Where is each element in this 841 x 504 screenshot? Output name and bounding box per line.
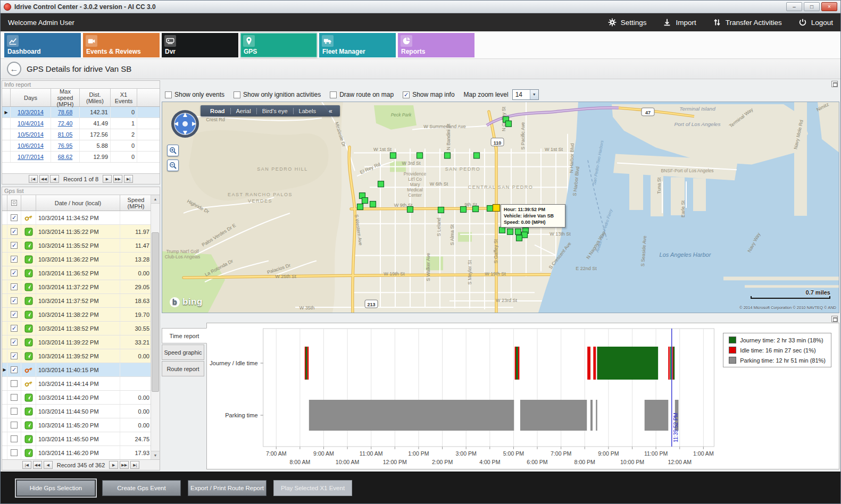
report-tab-time-report[interactable]: Time report: [162, 328, 207, 343]
option-show-only-events[interactable]: Show only events: [165, 91, 224, 98]
pager-next-button[interactable]: ▶|: [124, 175, 133, 183]
row-checkbox[interactable]: ✓: [11, 283, 18, 290]
max-speed-link[interactable]: 78.68: [58, 109, 73, 115]
gps-marker[interactable]: [499, 227, 505, 233]
info-report-row[interactable]: ▶10/3/201478.68142.310: [2, 107, 160, 118]
option-show-only-ignition-activities[interactable]: Show only ignition activities: [234, 91, 321, 98]
column-header[interactable]: Days: [11, 89, 51, 106]
gps-list-row[interactable]: 10/3/2014 11:45:20 PM0.00: [2, 418, 160, 432]
max-speed-link[interactable]: 81.05: [58, 131, 73, 138]
gps-marker[interactable]: [473, 206, 479, 212]
column-header[interactable]: Max speed (MPH): [51, 89, 80, 106]
map-mode-road[interactable]: Road: [205, 108, 230, 114]
maximize-chart-panel-button[interactable]: [831, 316, 838, 322]
menu-item-logout[interactable]: Logout: [798, 18, 833, 27]
gps-list-row[interactable]: ✓10/3/2014 11:37:22 PM29.05: [2, 280, 160, 294]
select-all-icon[interactable]: [11, 200, 17, 206]
back-button[interactable]: ←: [7, 62, 21, 76]
checkbox-icon[interactable]: [234, 91, 240, 98]
row-checkbox[interactable]: ✓: [11, 256, 18, 263]
gps-marker[interactable]: [438, 207, 444, 213]
tab-reports[interactable]: Reports: [398, 33, 474, 57]
row-checkbox[interactable]: ✓: [11, 270, 18, 276]
map-zoom-in-button[interactable]: [167, 145, 179, 156]
max-speed-link[interactable]: 76.95: [58, 142, 73, 149]
minimize-button[interactable]: –: [786, 2, 802, 11]
gps-marker[interactable]: [522, 232, 528, 238]
row-checkbox[interactable]: ✓: [11, 297, 18, 304]
tab-dvr[interactable]: Dvr: [162, 33, 238, 57]
pager-prev-button[interactable]: ◀◀: [39, 175, 48, 183]
column-header[interactable]: Dist. (Miles): [80, 89, 111, 106]
row-checkbox[interactable]: ✓: [11, 339, 18, 346]
collapse-mode-bar-button[interactable]: «: [321, 107, 336, 115]
select-all-header[interactable]: [7, 195, 21, 211]
gps-list-row[interactable]: ✓10/3/2014 11:35:52 PM11.47: [2, 239, 160, 253]
report-tab-route-report[interactable]: Route report: [162, 361, 204, 376]
scroll-down-icon[interactable]: ▼: [151, 451, 160, 459]
pager-prev-button[interactable]: |◀: [29, 175, 38, 183]
pager-next-button[interactable]: ▶▶: [113, 175, 122, 183]
gps-marker[interactable]: [407, 207, 413, 213]
column-header[interactable]: Date / hour (local): [36, 195, 120, 211]
option-show-map-info[interactable]: ✓Show map info: [403, 91, 454, 98]
map-mode-labels[interactable]: Labels: [294, 108, 321, 114]
gps-marker[interactable]: [362, 198, 368, 204]
export-print-route-report-button[interactable]: Export / Print Route Report: [188, 480, 267, 496]
tab-dashboard[interactable]: Dashboard: [4, 33, 81, 57]
gps-list-row[interactable]: ▶✓10/3/2014 11:40:15 PM: [2, 363, 160, 377]
day-link[interactable]: 10/3/2014: [18, 109, 44, 115]
scroll-up-icon[interactable]: ▲: [151, 195, 160, 204]
pager-prev-button[interactable]: ◀: [44, 461, 53, 469]
row-checkbox[interactable]: ✓: [11, 214, 18, 221]
row-checkbox[interactable]: [11, 380, 18, 387]
scrollbar-thumb[interactable]: [152, 232, 159, 392]
info-report-row[interactable]: 10/4/201472.4041.491: [2, 118, 160, 129]
map-zoom-select[interactable]: 14▼: [512, 89, 539, 100]
gps-marker[interactable]: [357, 204, 363, 210]
row-checkbox[interactable]: ✓: [11, 311, 18, 318]
pager-next-button[interactable]: ▶|: [130, 461, 139, 469]
info-report-row[interactable]: 10/5/201481.05172.562: [2, 129, 160, 140]
row-checkbox[interactable]: [11, 408, 18, 415]
column-header[interactable]: X1 Events: [111, 89, 137, 106]
gps-marker[interactable]: [487, 206, 493, 212]
gps-marker[interactable]: [517, 235, 522, 241]
map-mode-aerial[interactable]: Aerial: [231, 108, 256, 114]
pager-next-button[interactable]: ▶▶: [120, 461, 129, 469]
gps-marker[interactable]: [417, 153, 423, 158]
gps-list-row[interactable]: ✓10/3/2014 11:35:22 PM11.97: [2, 225, 160, 239]
pager-prev-button[interactable]: ◀◀: [33, 461, 42, 469]
row-checkbox[interactable]: ✓: [11, 228, 18, 235]
gps-list-row[interactable]: ✓10/3/2014 11:39:52 PM0.00: [2, 349, 160, 363]
pager-next-button[interactable]: ▶: [103, 175, 112, 183]
maximize-button[interactable]: □: [804, 2, 820, 11]
gps-marker[interactable]: [445, 153, 451, 158]
column-header[interactable]: Speed (MPH): [120, 195, 152, 211]
gps-marker[interactable]: [390, 153, 396, 158]
play-selected-x1-event-button[interactable]: Play Selected X1 Event: [273, 480, 352, 496]
gps-list-row[interactable]: ✓10/3/2014 11:37:52 PM18.63: [2, 294, 160, 308]
create-gps-event-button[interactable]: Create Gps Event: [102, 480, 181, 496]
pager-next-button[interactable]: ▶: [109, 461, 118, 469]
tab-gps[interactable]: GPS: [240, 33, 317, 57]
gps-marker[interactable]: [515, 229, 521, 234]
report-tab-speed-graphic[interactable]: Speed graphic: [162, 345, 204, 360]
pager-prev-button[interactable]: ◀: [50, 175, 59, 183]
row-checkbox[interactable]: [11, 422, 18, 429]
gps-marker-selected[interactable]: [493, 205, 500, 212]
maximize-map-panel-button[interactable]: [831, 81, 838, 87]
gps-marker[interactable]: [378, 181, 384, 187]
map-compass-control[interactable]: [170, 108, 201, 139]
gps-list-row[interactable]: 10/3/2014 11:45:50 PM24.75: [2, 432, 160, 446]
close-button[interactable]: ×: [821, 2, 837, 11]
day-link[interactable]: 10/5/2014: [18, 131, 44, 138]
gps-marker[interactable]: [474, 153, 480, 158]
row-checkbox[interactable]: [11, 435, 18, 442]
map[interactable]: Crest RdPeck ParkW Summerland AveMirales…: [162, 102, 839, 313]
row-checkbox[interactable]: ✓: [11, 352, 18, 359]
gps-list-row[interactable]: 10/3/2014 11:44:20 PM0.00: [2, 391, 160, 405]
gps-marker[interactable]: [461, 207, 467, 213]
map-zoom-out-button[interactable]: [167, 159, 179, 171]
gps-list-row[interactable]: ✓10/3/2014 11:38:22 PM19.70: [2, 308, 160, 322]
